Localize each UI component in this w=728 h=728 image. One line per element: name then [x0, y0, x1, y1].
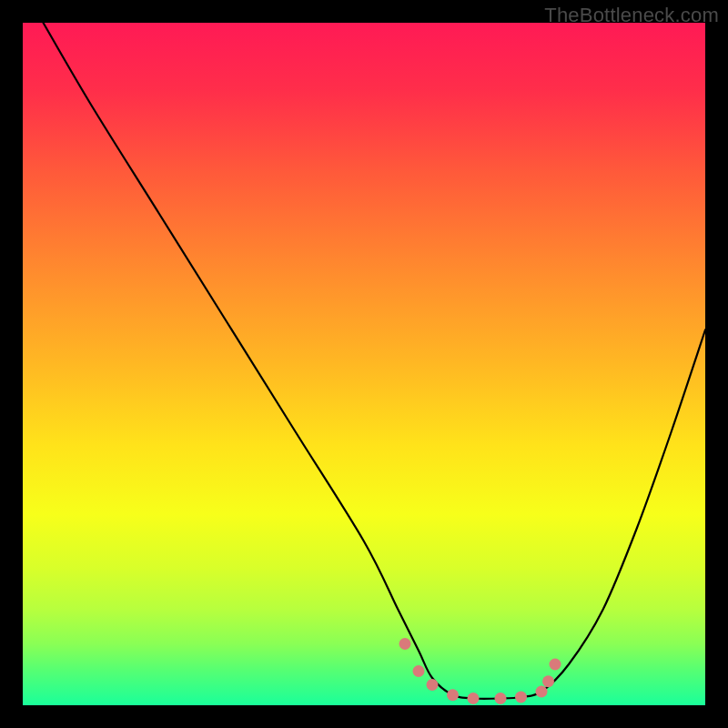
highlight-marker: [399, 638, 411, 650]
curve-path: [44, 23, 706, 699]
highlight-marker: [542, 675, 554, 687]
chart-frame: TheBottleneck.com: [0, 0, 728, 728]
bottleneck-curve: [23, 23, 705, 705]
watermark-text: TheBottleneck.com: [544, 4, 719, 27]
highlight-marker: [427, 679, 439, 691]
plot-area: [23, 23, 705, 705]
highlight-marker: [447, 689, 459, 701]
highlight-marker: [468, 693, 480, 704]
highlight-marker: [413, 665, 425, 677]
highlight-marker: [495, 693, 507, 704]
highlight-markers: [399, 638, 561, 704]
highlight-marker: [550, 659, 561, 671]
highlight-marker: [515, 692, 527, 703]
highlight-marker: [536, 686, 548, 698]
